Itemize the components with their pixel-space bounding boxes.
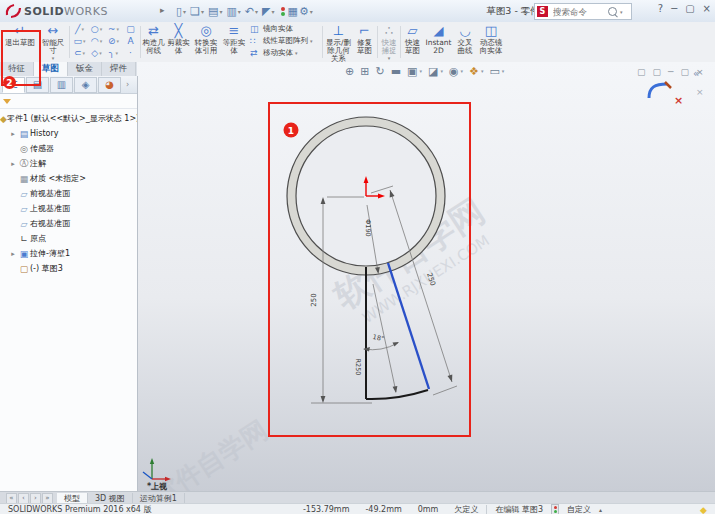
convert-entities-button[interactable]: ◎ 转换实体引用 (192, 23, 220, 61)
sketch-canvas[interactable]: 软件自学网 WWW.RJXUEXI.COM 软件自学网 1 (137, 62, 715, 491)
first-tab-button[interactable]: « (6, 493, 17, 504)
tree-filter-row[interactable] (0, 94, 137, 109)
expand-arrow-icon[interactable]: ▸ (8, 250, 18, 258)
tree-item-material[interactable]: ▦ 材质 <未指定> (8, 171, 137, 186)
view-settings-icon[interactable]: ▦ (288, 5, 298, 18)
dimension-250-label[interactable]: 250 (310, 293, 318, 306)
tree-item-top-plane[interactable]: ▱ 上视基准面 (8, 201, 137, 216)
selection-filter-icon[interactable] (281, 7, 285, 16)
sketch3d-tool-icon[interactable]: ▢ (122, 23, 139, 35)
intersection-curve-button[interactable]: ◡ 交叉曲线 (454, 23, 476, 61)
dimension-r250-label[interactable]: R250 (354, 359, 362, 376)
rectangle-tool-icon[interactable]: ▭▾ (71, 35, 88, 47)
doc-minimize-icon[interactable]: ─ (668, 67, 673, 77)
slot-tool-icon[interactable]: ⊂▾ (71, 47, 88, 59)
fillet-tool-icon[interactable]: ╮▾ (105, 47, 122, 59)
expand-arrow-icon[interactable]: ▸ (8, 130, 18, 138)
dimension-diameter-label[interactable]: Φ190 (364, 219, 372, 237)
undo-icon[interactable]: ↶ (245, 5, 254, 18)
rapid-sketch-button[interactable]: ▱ 快速草图 (402, 23, 423, 61)
repair-sketch-button[interactable]: ⌐ 修复草图 (354, 23, 375, 61)
tree-root[interactable]: ◆ 零件1 (默认<<默认>_显示状态 1>) (0, 111, 137, 126)
search-input[interactable] (551, 6, 605, 18)
apply-scene-icon[interactable]: ▭ (489, 65, 499, 78)
zoom-fit-icon[interactable]: ⊕ (345, 65, 354, 78)
section-view-icon[interactable]: ▬ (391, 65, 401, 78)
save-icon[interactable]: ▤ (208, 5, 218, 18)
panel-expand-arrow[interactable]: › (126, 80, 129, 89)
offset-entities-button[interactable]: ≡ 等距实体 (222, 23, 246, 61)
edit-appearance-icon[interactable]: ❖ (469, 65, 479, 78)
options-gear-icon[interactable]: ⚙ (299, 5, 309, 18)
menu-expand-arrow[interactable]: ▸ (160, 5, 165, 15)
tag-icon[interactable]: ◆ (700, 505, 707, 514)
new-document-icon[interactable]: ▯ (176, 5, 182, 18)
close-button[interactable]: × (703, 3, 711, 14)
view-orientation-icon[interactable]: ▣ (407, 65, 417, 78)
doc-tile-icon[interactable]: ▢ (653, 67, 662, 77)
smart-dimension-label: 智能尺寸 (40, 39, 66, 55)
linear-pattern-button[interactable]: ∷ 线性草图阵列 ▾ (250, 35, 320, 47)
restore-button[interactable]: ▢ (685, 3, 694, 14)
dynamic-mirror-button[interactable]: ◫ 动态镜向实体 (478, 23, 504, 61)
tree-item-history[interactable]: ▸ ▤ History (8, 126, 137, 141)
tree-item-sensors[interactable]: ◎ 传感器 (8, 141, 137, 156)
tree-item-annotations[interactable]: ▸ Ⓐ 注解 (8, 156, 137, 171)
polygon-tool-icon[interactable]: ◇▾ (88, 47, 105, 59)
units-selector[interactable]: 自定义 (567, 504, 591, 514)
construction-geometry-button[interactable]: ⇄ 构造几何线 (142, 23, 165, 61)
cancel-sketch-icon[interactable]: × (674, 94, 683, 107)
confirmation-corner[interactable] (645, 80, 675, 102)
circle-tool-icon[interactable]: ○▾ (88, 23, 105, 35)
display-relations-button[interactable]: ⊥ 显示/删除几何关系 (325, 23, 352, 61)
tab-weldments[interactable]: 焊件 (102, 62, 136, 76)
tree-item-sketch3[interactable]: ▢ (-) 草图3 (8, 261, 137, 276)
tab-model[interactable]: 模型 (57, 493, 88, 504)
move-entities-button[interactable]: ⇄ 移动实体 ▾ (250, 47, 320, 59)
mirror-entities-button[interactable]: ◫ 镜向实体 (250, 23, 320, 35)
open-document-icon[interactable]: ❏ (190, 5, 200, 18)
tab-motion-study[interactable]: 运动算例1 (133, 493, 185, 504)
spline-tool-icon[interactable]: ~▾ (105, 23, 122, 35)
next-tab-button[interactable]: › (30, 493, 41, 504)
display-style-icon[interactable]: ◪ (428, 65, 438, 78)
quick-snaps-button[interactable]: ∴ 快速捕捉 ▾ (379, 23, 399, 61)
ellipse-tool-icon[interactable]: ⊘▾ (105, 35, 122, 47)
units-dropdown-arrow[interactable]: ▴ (599, 506, 602, 513)
help-button[interactable]: ? (658, 3, 663, 14)
tree-item-front-plane[interactable]: ▱ 前视基准面 (8, 186, 137, 201)
expand-arrow-icon[interactable]: ▸ (8, 160, 18, 168)
last-tab-button[interactable]: » (42, 493, 53, 504)
doc-restore-icon[interactable]: ▢ (680, 67, 689, 77)
smart-dimension-button[interactable]: ↔ 智能尺寸 ▾ (40, 23, 66, 61)
prev-tab-button[interactable]: ‹ (18, 493, 29, 504)
print-icon[interactable]: ▥ (226, 5, 236, 18)
appearances-tab-icon[interactable]: ◕ (98, 77, 121, 93)
line-tool-icon[interactable]: ╱▾ (71, 23, 88, 35)
search-dropdown-arrow[interactable]: ▾ (620, 9, 623, 15)
hide-show-items-icon[interactable]: ◉ (449, 65, 459, 78)
tab-sheet-metal[interactable]: 钣金 (68, 62, 102, 76)
task-pane-close-icon[interactable]: × (696, 87, 704, 97)
instant2d-button[interactable]: ◢ Instant2D (425, 23, 452, 61)
tab-3d-views[interactable]: 3D 视图 (88, 493, 133, 504)
dimxpert-tab-icon[interactable]: ◈ (74, 77, 97, 93)
zoom-area-icon[interactable]: ⊞ (360, 65, 369, 78)
point-tool-icon[interactable]: · (122, 47, 139, 59)
tree-item-extrude-thin[interactable]: ▸ ▣ 拉伸-薄壁1 (8, 246, 137, 261)
configuration-tab-icon[interactable]: ▥ (50, 77, 73, 93)
arc-tool-icon[interactable]: ◠▾ (88, 35, 105, 47)
performance-light-icon[interactable] (551, 504, 559, 514)
task-pane-collapse-icon[interactable]: « (693, 68, 699, 79)
search-icon[interactable] (608, 7, 617, 16)
previous-view-icon[interactable]: ↻ (375, 65, 384, 78)
tree-item-origin[interactable]: ∟ 原点 (8, 231, 137, 246)
trim-entities-button[interactable]: ╳ 剪裁实体 (167, 23, 190, 61)
doc-cascade-icon[interactable]: ▢ (637, 67, 646, 77)
tree-item-right-plane[interactable]: ▱ 右视基准面 (8, 216, 137, 231)
minimize-button[interactable]: ─ (671, 3, 677, 14)
graphics-area[interactable]: 软件自学网 WWW.RJXUEXI.COM 软件自学网 1 (137, 62, 715, 491)
select-cursor-icon[interactable]: ◤ (262, 5, 270, 18)
command-search[interactable]: S ▾ (534, 3, 632, 20)
text-tool-icon[interactable]: A (122, 35, 139, 47)
